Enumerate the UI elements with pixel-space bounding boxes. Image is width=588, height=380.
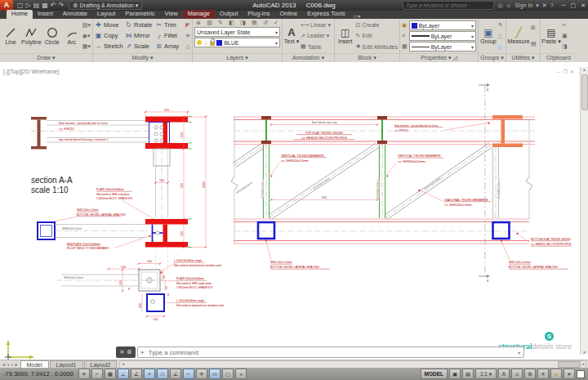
group-button[interactable]: ▣ Group (480, 20, 497, 52)
new-icon[interactable]: ▢ (17, 2, 24, 9)
ribbon-minimize-icon[interactable]: ▭▾ (354, 13, 361, 19)
model-space-button[interactable]: MODEL (421, 369, 448, 379)
stretch-button[interactable]: ↔Stretch (95, 42, 123, 50)
panel-clipboard-label[interactable]: Clipboard (541, 53, 577, 62)
tab-plugins[interactable]: Plug-ins (243, 10, 274, 19)
scale-button[interactable]: ⇗Scale (125, 42, 154, 50)
undo-icon[interactable]: ↶ (51, 2, 56, 9)
scroll-left-icon[interactable]: ◂ (122, 361, 124, 366)
layer-unisolate-icon[interactable]: ◨ (240, 20, 246, 26)
panel-properties-label[interactable]: Properties ▾ ◿ (400, 53, 478, 62)
customize-wrench-icon[interactable]: ⚙ (127, 349, 131, 355)
vertical-scroll-thumb[interactable] (581, 74, 588, 110)
layer-dropdown[interactable]: ☼ BLUE ▾ (194, 38, 280, 47)
lineweight-dropdown[interactable]: ByLayer▾ (409, 31, 476, 41)
sign-in-button[interactable]: Sign In (514, 2, 532, 8)
group-edit-icon[interactable]: □ (498, 34, 503, 39)
layer-properties-icon[interactable]: ≣ (196, 20, 201, 26)
panel-annotation-label[interactable]: Annotation ▾ (283, 53, 334, 62)
tab-insert[interactable]: Insert (33, 10, 58, 19)
panel-layers-label[interactable]: Layers ▾ (193, 53, 282, 62)
viewport-controls[interactable]: ─❐✕ (557, 69, 577, 74)
linetype-dropdown[interactable]: ByLayer▾ (409, 42, 476, 51)
cut-icon[interactable]: ✂ (562, 22, 568, 29)
layer-match-icon[interactable]: ▥ (207, 20, 212, 26)
panel-groups-label[interactable]: Groups ▾ (479, 53, 506, 62)
ungroup-icon[interactable]: ✎ (498, 22, 503, 29)
workspace-gear-icon[interactable]: ⚙ (524, 369, 536, 379)
exchange-icon[interactable]: ✕ (542, 2, 547, 9)
tab-manage[interactable]: Manage (183, 10, 215, 19)
redo-icon[interactable]: ↷ (59, 2, 65, 9)
match-properties-icon[interactable]: ◨ (562, 43, 568, 50)
tab-express-tools[interactable]: Express Tools (302, 10, 350, 19)
tab-output[interactable]: Output (215, 10, 243, 19)
plot-icon[interactable]: ▦ (42, 2, 48, 9)
move-button[interactable]: ✚Move (95, 21, 123, 29)
horizontal-scroll-thumb[interactable] (558, 361, 581, 368)
quick-properties-toggle[interactable]: ＋ (235, 369, 247, 379)
tab-annotate[interactable]: Annotate (58, 10, 92, 19)
prev-tab-icon[interactable]: ‹ (7, 362, 9, 368)
erase-icon[interactable]: ◤ (185, 22, 190, 29)
arc-button[interactable]: Arc (63, 20, 81, 52)
explode-icon[interactable]: ✳ (185, 33, 190, 39)
scroll-up-icon[interactable]: ▲ (582, 67, 586, 72)
workspace-switcher[interactable]: ⚙ Drafting & Annotation ▾ (69, 1, 142, 10)
offset-icon[interactable]: △ (185, 43, 190, 50)
otrack-toggle[interactable]: ∠ (170, 369, 181, 379)
copy-button[interactable]: ▣Copy (95, 32, 123, 39)
block-edit-button[interactable]: ✎ Edit (356, 33, 398, 39)
layer-state-dropdown[interactable]: Unsaved Layer State▾ (194, 27, 280, 37)
scroll-right-icon[interactable]: ▸ (582, 361, 585, 366)
layer-edit-icon[interactable]: ✎ (218, 20, 223, 26)
annotation-visibility-icon[interactable]: A (498, 369, 510, 379)
transparency-toggle[interactable]: ▢ (222, 369, 234, 379)
insert-button[interactable]: ◫ Insert (336, 20, 354, 52)
recent-commands-icon[interactable]: ▾ (518, 350, 520, 355)
layer-freeze-icon[interactable]: ▤ (252, 20, 257, 26)
array-button[interactable]: ⊞Array (155, 42, 184, 50)
open-icon[interactable]: ▷ (26, 2, 31, 9)
isolate-objects-icon[interactable]: ● (550, 369, 562, 379)
next-tab-icon[interactable]: › (11, 362, 12, 368)
osnap-toggle[interactable]: ⌖ (144, 369, 155, 379)
lineweight-icon[interactable]: ≡ (402, 33, 408, 38)
lock-ui-icon[interactable]: ✳ (537, 369, 549, 379)
layout-icon[interactable]: ▣ (449, 369, 461, 379)
infer-constraints-toggle[interactable]: ✛ (78, 369, 90, 379)
minimize-icon[interactable]: ─ (562, 2, 566, 9)
block-create-button[interactable]: ⊡ Create (356, 22, 398, 29)
ortho-toggle[interactable]: ⊥ (118, 369, 129, 379)
color-wheel-icon[interactable]: ◉ (402, 22, 408, 29)
panel-draw-label[interactable]: Draw ▾ (0, 53, 92, 62)
tray-expand-icon[interactable]: ▾ (564, 369, 575, 379)
table-button[interactable]: ▦ Table (301, 43, 332, 50)
leader-button[interactable]: ↗ Leader ▾ (301, 33, 332, 39)
model-icon[interactable]: ▤ (462, 369, 474, 379)
copy-clip-icon[interactable]: ▣ (562, 33, 568, 39)
command-input[interactable] (147, 348, 515, 357)
panel-modify-label[interactable]: Modify ▾ (93, 53, 192, 62)
tab-view[interactable]: View (160, 10, 183, 19)
vertical-scrollbar[interactable]: ▲ ▼ (580, 67, 588, 355)
trim-button[interactable]: ✂Trim (155, 21, 184, 29)
edit-attributes-button[interactable]: ❖ Edit Attributes (356, 43, 398, 50)
maximize-icon[interactable]: ▢ (571, 2, 577, 9)
polyline-button[interactable]: Polyline (21, 20, 42, 52)
panel-block-label[interactable]: Block ▾ (335, 53, 399, 62)
search-input[interactable] (403, 1, 494, 10)
quick-calc-icon[interactable]: ⊞ (531, 25, 537, 31)
text-button[interactable]: A Text ▾ (284, 20, 299, 52)
command-field[interactable]: ▸ ▾ (137, 346, 524, 358)
ducs-toggle[interactable]: ⌐ (183, 369, 194, 379)
polar-toggle[interactable]: ∠ (131, 369, 142, 379)
scroll-down-icon[interactable]: ▼ (582, 350, 586, 355)
tab-layout[interactable]: Layout (92, 10, 121, 19)
measure-button[interactable]: ╱ Measure (508, 20, 529, 52)
hatch-tool-icon[interactable]: ▦▾ (82, 43, 91, 50)
linear-dim-button[interactable]: ⟷ Linear ▾ (301, 22, 332, 29)
group-select-icon[interactable]: ◌ (498, 44, 503, 50)
ellipse-tool-icon[interactable]: ◉▾ (82, 33, 91, 39)
snap-toggle[interactable]: ⌐ (91, 369, 103, 379)
